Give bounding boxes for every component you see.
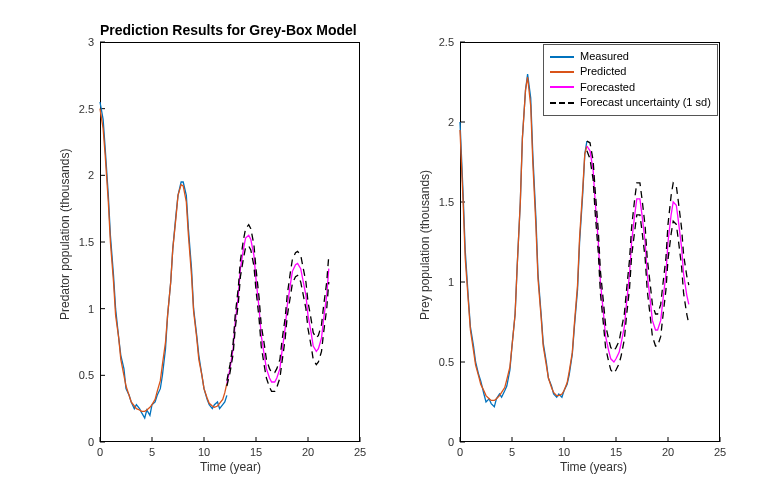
xlabel-left: Time (year)	[200, 460, 261, 474]
figure-title: Prediction Results for Grey-Box Model	[100, 22, 357, 38]
legend-label: Predicted	[580, 64, 626, 79]
legend: Measured Predicted Forecasted Forecast u…	[543, 44, 718, 116]
legend-item: Predicted	[550, 64, 711, 79]
svg-text:15: 15	[250, 446, 262, 458]
svg-text:0.5: 0.5	[439, 356, 454, 368]
svg-text:5: 5	[149, 446, 155, 458]
swatch-icon	[550, 56, 574, 58]
svg-text:2.5: 2.5	[439, 36, 454, 48]
swatch-icon	[550, 102, 574, 104]
svg-text:1: 1	[448, 276, 454, 288]
svg-text:20: 20	[662, 446, 674, 458]
legend-item: Forecasted	[550, 80, 711, 95]
svg-rect-0	[101, 43, 360, 442]
svg-text:10: 10	[198, 446, 210, 458]
svg-text:5: 5	[509, 446, 515, 458]
swatch-icon	[550, 86, 574, 88]
svg-text:2.5: 2.5	[79, 103, 94, 115]
svg-text:1.5: 1.5	[439, 196, 454, 208]
svg-text:1.5: 1.5	[79, 236, 94, 248]
svg-text:25: 25	[354, 446, 366, 458]
svg-text:1: 1	[88, 303, 94, 315]
ylabel-right: Prey population (thousands)	[418, 170, 432, 320]
legend-item: Forecast uncertainty (1 sd)	[550, 95, 711, 110]
svg-text:25: 25	[714, 446, 726, 458]
svg-text:3: 3	[88, 36, 94, 48]
legend-item: Measured	[550, 49, 711, 64]
svg-text:2: 2	[88, 169, 94, 181]
svg-text:15: 15	[610, 446, 622, 458]
svg-text:0: 0	[448, 436, 454, 448]
svg-text:0: 0	[97, 446, 103, 458]
svg-text:10: 10	[558, 446, 570, 458]
svg-text:0: 0	[88, 436, 94, 448]
svg-text:2: 2	[448, 116, 454, 128]
figure: Prediction Results for Grey-Box Model 05…	[0, 0, 784, 504]
legend-label: Measured	[580, 49, 629, 64]
svg-text:20: 20	[302, 446, 314, 458]
legend-label: Forecast uncertainty (1 sd)	[580, 95, 711, 110]
swatch-icon	[550, 71, 574, 73]
axes-predator: 051015202500.511.522.53	[100, 42, 360, 442]
xlabel-right: Time (years)	[560, 460, 627, 474]
ylabel-left: Predator population (thousands)	[58, 149, 72, 320]
legend-label: Forecasted	[580, 80, 635, 95]
svg-text:0: 0	[457, 446, 463, 458]
svg-text:0.5: 0.5	[79, 369, 94, 381]
